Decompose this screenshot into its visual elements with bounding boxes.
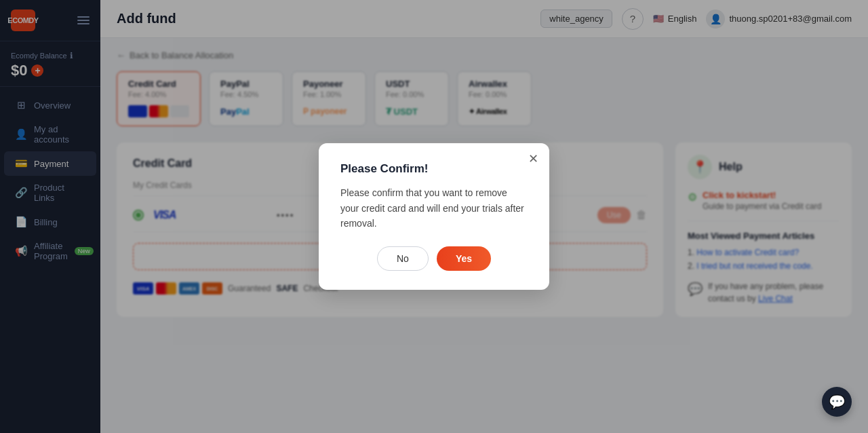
content-area: ← Back to Balance Allocation Credit Card… bbox=[100, 38, 868, 433]
modal-title: Please Confirm! bbox=[340, 162, 528, 176]
live-chat-bubble[interactable]: 💬 bbox=[822, 387, 852, 417]
modal-close-button[interactable]: ✕ bbox=[528, 153, 538, 165]
chat-bubble-icon: 💬 bbox=[829, 394, 846, 410]
modal-no-button[interactable]: No bbox=[377, 246, 429, 271]
modal-overlay: ✕ Please Confirm! Please confirm that yo… bbox=[100, 38, 868, 433]
modal-actions: No Yes bbox=[340, 246, 528, 271]
modal-body: Please confirm that you want to remove y… bbox=[340, 185, 528, 231]
confirm-modal: ✕ Please Confirm! Please confirm that yo… bbox=[319, 143, 549, 289]
main-area: Add fund white_agency ? 🇺🇸 English 👤 thu… bbox=[100, 0, 868, 433]
modal-yes-button[interactable]: Yes bbox=[437, 246, 491, 271]
